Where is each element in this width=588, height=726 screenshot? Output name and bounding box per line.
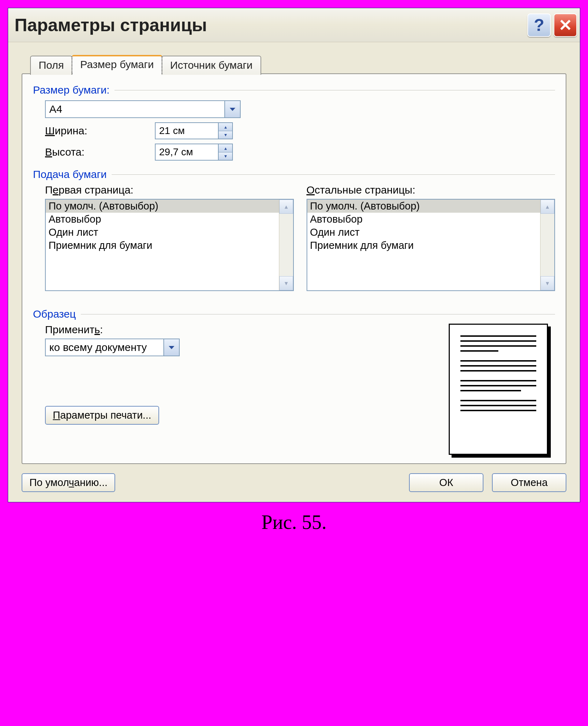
scrollbar[interactable]: ▴ ▾ [540,200,554,290]
divider [114,90,555,90]
width-spinner[interactable]: 21 см ▴ ▾ [155,122,233,139]
spin-down-icon[interactable]: ▾ [219,152,232,160]
tab-paper-size[interactable]: Размер бумаги [72,55,162,74]
scroll-up-icon[interactable]: ▴ [279,200,293,214]
list-item[interactable]: Один лист [46,226,279,239]
tab-fields[interactable]: Поля [30,56,72,75]
sample-section: Образец [33,308,555,320]
scroll-up-icon[interactable]: ▴ [541,200,554,214]
scrollbar[interactable]: ▴ ▾ [279,200,293,290]
svg-marker-1 [169,346,174,349]
tabs: Поля Размер бумаги Источник бумаги [30,55,566,74]
help-button[interactable]: ? [527,13,551,37]
print-params-button[interactable]: Параметры печати... [45,406,159,425]
spin-up-icon[interactable]: ▴ [219,123,232,131]
paper-feed-section: Подача бумаги [33,168,555,180]
scroll-down-icon[interactable]: ▾ [541,276,554,290]
svg-marker-0 [230,108,235,111]
titlebar: Параметры страницы ? ✕ [8,8,580,42]
divider [81,314,555,314]
list-item[interactable]: Автовыбор [307,213,541,226]
first-page-label: Первая страница: [45,184,294,196]
list-item[interactable]: Один лист [307,226,541,239]
apply-value: ко всему документу [46,339,163,356]
paper-size-combo[interactable]: A4 [45,100,241,118]
other-pages-label: Остальные страницы: [307,184,555,196]
chevron-down-icon[interactable] [224,101,240,117]
width-label: Ширина: [45,125,155,137]
spin-up-icon[interactable]: ▴ [219,144,232,152]
chevron-down-icon[interactable] [163,339,179,356]
dialog-title: Параметры страницы [15,15,207,35]
sample-label: Образец [33,308,76,320]
figure-caption: Рис. 55. [8,511,580,534]
default-button[interactable]: По умолчанию... [22,473,115,492]
close-button[interactable]: ✕ [554,13,577,37]
apply-label: Применить: [45,324,435,336]
paper-size-value: A4 [46,101,224,117]
page-preview [449,324,548,455]
list-item[interactable]: Приемник для бумаги [46,239,279,252]
ok-button[interactable]: ОК [409,473,483,492]
apply-combo[interactable]: ко всему документу [45,339,180,356]
list-item[interactable]: По умолч. (Автовыбор) [46,200,279,213]
height-label: Высота: [45,146,155,158]
list-item[interactable]: Приемник для бумаги [307,239,541,252]
width-value: 21 см [156,123,218,139]
tab-paper-source[interactable]: Источник бумаги [162,56,261,75]
paper-feed-label: Подача бумаги [33,168,107,180]
divider [112,174,555,175]
list-item[interactable]: По умолч. (Автовыбор) [307,200,541,213]
first-page-listbox[interactable]: По умолч. (Автовыбор) Автовыбор Один лис… [45,199,294,291]
paper-size-section: Размер бумаги: [33,84,555,96]
paper-size-label: Размер бумаги: [33,84,110,96]
scroll-down-icon[interactable]: ▾ [279,276,293,290]
other-pages-listbox[interactable]: По умолч. (Автовыбор) Автовыбор Один лис… [307,199,555,291]
height-value: 29,7 см [156,144,218,160]
cancel-button[interactable]: Отмена [492,473,566,492]
tab-panel: Размер бумаги: A4 Ширина: [22,73,566,464]
list-item[interactable]: Автовыбор [46,213,279,226]
height-spinner[interactable]: 29,7 см ▴ ▾ [155,144,233,161]
page-setup-dialog: Параметры страницы ? ✕ Поля Размер бумаг… [8,8,580,502]
spin-down-icon[interactable]: ▾ [219,131,232,139]
